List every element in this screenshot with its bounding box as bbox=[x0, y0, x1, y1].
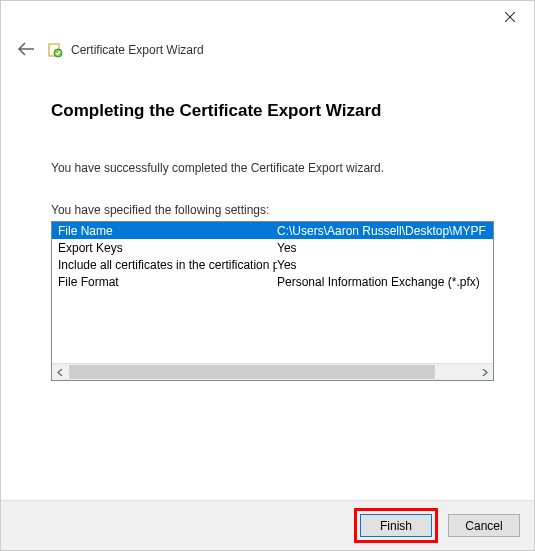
settings-row-value: Yes bbox=[277, 258, 493, 272]
settings-list: File Name C:\Users\Aaron Russell\Desktop… bbox=[51, 221, 494, 381]
settings-intro: You have specified the following setting… bbox=[51, 203, 494, 217]
settings-row-label: File Name bbox=[52, 224, 277, 238]
scrollbar-track[interactable] bbox=[69, 364, 476, 380]
finish-highlight: Finish bbox=[354, 508, 438, 543]
success-message: You have successfully completed the Cert… bbox=[51, 161, 494, 175]
finish-button[interactable]: Finish bbox=[360, 514, 432, 537]
cancel-button[interactable]: Cancel bbox=[448, 514, 520, 537]
chevron-right-icon bbox=[481, 369, 488, 376]
scrollbar-thumb[interactable] bbox=[69, 365, 435, 379]
dialog-footer: Finish Cancel bbox=[1, 500, 534, 550]
wizard-content: Completing the Certificate Export Wizard… bbox=[51, 101, 494, 381]
scroll-right-button[interactable] bbox=[476, 364, 493, 380]
chevron-left-icon bbox=[57, 369, 64, 376]
scroll-left-button[interactable] bbox=[52, 364, 69, 380]
settings-row-value: Personal Information Exchange (*.pfx) bbox=[277, 275, 493, 289]
page-heading: Completing the Certificate Export Wizard bbox=[51, 101, 494, 121]
close-button[interactable] bbox=[494, 5, 526, 29]
settings-row[interactable]: Include all certificates in the certific… bbox=[52, 256, 493, 273]
certificate-wizard-icon bbox=[47, 42, 63, 58]
wizard-header: Certificate Export Wizard bbox=[13, 39, 204, 61]
wizard-title: Certificate Export Wizard bbox=[71, 43, 204, 57]
horizontal-scrollbar[interactable] bbox=[52, 363, 493, 380]
settings-row-label: Export Keys bbox=[52, 241, 277, 255]
settings-row[interactable]: Export Keys Yes bbox=[52, 239, 493, 256]
settings-row[interactable]: File Format Personal Information Exchang… bbox=[52, 273, 493, 290]
back-arrow-icon bbox=[17, 42, 35, 56]
settings-row-value: C:\Users\Aaron Russell\Desktop\MYPF bbox=[277, 224, 493, 238]
settings-row-label: Include all certificates in the certific… bbox=[52, 258, 277, 272]
close-icon bbox=[505, 12, 515, 22]
settings-row[interactable]: File Name C:\Users\Aaron Russell\Desktop… bbox=[52, 222, 493, 239]
settings-table[interactable]: File Name C:\Users\Aaron Russell\Desktop… bbox=[52, 222, 493, 363]
settings-row-value: Yes bbox=[277, 241, 493, 255]
settings-row-label: File Format bbox=[52, 275, 277, 289]
back-button[interactable] bbox=[13, 39, 39, 61]
